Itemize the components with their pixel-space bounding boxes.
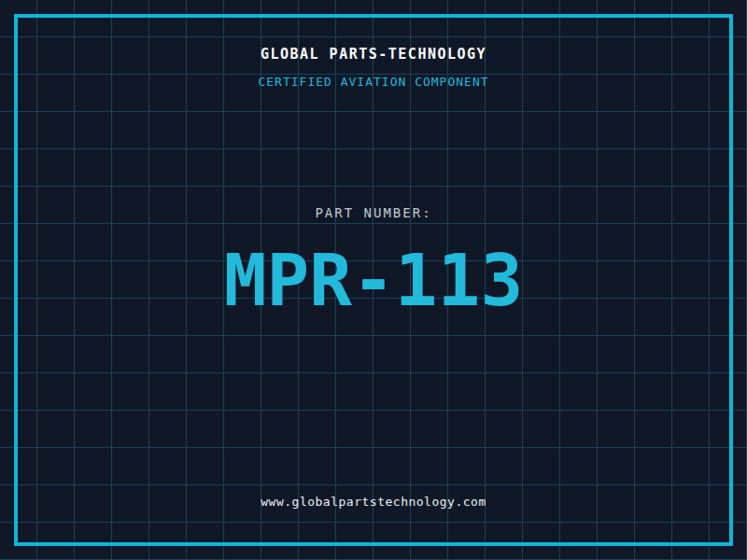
website-url: www.globalpartstechnology.com — [0, 495, 747, 509]
certification-subtitle: CERTIFIED AVIATION COMPONENT — [0, 75, 747, 89]
certificate-page: { "page": { "company_name": "GLOBAL PART… — [0, 0, 747, 560]
part-number-label: PART NUMBER: — [0, 205, 747, 220]
part-number-value: MPR-113 — [0, 239, 747, 323]
company-name: GLOBAL PARTS-TECHNOLOGY — [0, 46, 747, 63]
